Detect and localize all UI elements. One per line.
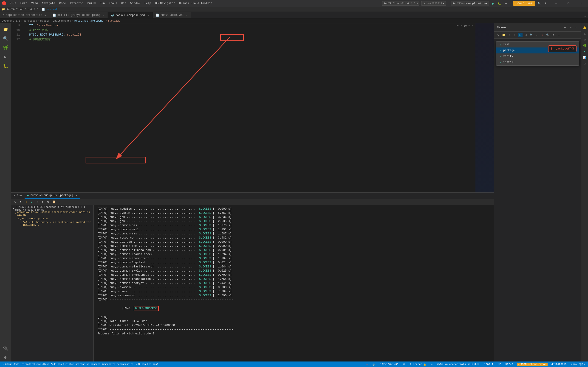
tab-close-1[interactable]: ✕ — [44, 14, 47, 17]
maven-close-btn[interactable]: ✕ — [574, 25, 578, 30]
menu-code[interactable]: Code — [57, 1, 68, 6]
menu-build[interactable]: Build — [86, 1, 97, 6]
sidebar-icon-run[interactable]: ▶ — [1, 53, 10, 61]
menu-run[interactable]: Run — [98, 1, 107, 6]
sidebar-icon-debug[interactable]: 🐛 — [1, 62, 10, 70]
breadcrumb-part-3[interactable]: environment: — [53, 19, 71, 22]
editor-zoom-btn[interactable]: + — [472, 25, 473, 27]
sidebar-icon-settings[interactable]: ⚙ — [1, 353, 10, 361]
run-clear-btn[interactable]: 🗑 — [46, 200, 51, 204]
statusbar-aws[interactable]: AWS: No credentials selected — [436, 363, 481, 366]
maven-collapseall-btn[interactable]: ⊟ — [551, 33, 556, 37]
tab-close-3[interactable]: ✕ — [147, 14, 150, 17]
tab-ruoyi-auth[interactable]: 📄 ruoyi-auth.yml ✕ — [153, 12, 191, 18]
run-config-selector[interactable]: RuoYiSystemApplication ▾ — [451, 1, 489, 6]
tab-close-2[interactable]: ✕ — [102, 14, 105, 17]
maven-toggle-btn[interactable]: ↔ — [535, 33, 539, 37]
run-tab-package[interactable]: ▶ ruoyi-cloud-plus [package] ✕ — [25, 192, 80, 199]
tab-application-properties[interactable]: ⚙ application.properties ✕ — [0, 12, 50, 18]
run-tab-run[interactable]: ▶ Run — [11, 192, 25, 199]
run-tree-warning-2[interactable]: ⚠ jar 1 warning 10 ms — [11, 216, 94, 221]
menu-tools[interactable]: Tools — [107, 1, 119, 6]
branch-selector[interactable]: ⎇ dev2023613 ▾ — [421, 1, 446, 6]
maximize-button[interactable]: □ — [563, 0, 574, 7]
run-settings-btn[interactable]: ⚙ — [40, 200, 45, 204]
maven-minimize-btn[interactable]: — — [568, 25, 573, 30]
breadcrumb-part-5[interactable]: ruoyi123 — [108, 19, 120, 22]
tab-close-4[interactable]: ✕ — [185, 14, 188, 17]
menu-navigate[interactable]: Navigate — [40, 1, 57, 6]
breadcrumb-part-2[interactable]: mysql: — [40, 19, 50, 22]
statusbar-ip[interactable]: 192.168.1.30 — [379, 363, 399, 366]
sidebar-icon-plugins[interactable]: 🔌 — [1, 344, 10, 352]
debug-button[interactable]: 🐛 — [497, 1, 502, 6]
statusbar-branch[interactable]: dev2023613 — [550, 363, 567, 366]
menu-git[interactable]: Git — [120, 1, 128, 6]
statusbar-encoding[interactable]: UTF-8 — [505, 363, 514, 366]
statusbar-extra[interactable]: CSDN:鸡爪4 — [570, 363, 586, 366]
right-icon-git[interactable]: 🌿 — [582, 43, 587, 48]
tab-pom-xml[interactable]: 📄 pom.xml (ruoyi-cloud-plus) ✕ — [50, 12, 108, 18]
code-content[interactable]: TZ: Asia/Shanghai # root 密码 MYSQL_ROOT_P… — [22, 23, 476, 192]
breadcrumb-part-1[interactable]: services: — [23, 19, 37, 22]
menu-edit[interactable]: Edit — [19, 1, 29, 6]
editor-eye-btn[interactable]: 👁 — [456, 24, 458, 27]
statusbar-lf[interactable]: LF — [497, 363, 502, 366]
maven-download-btn[interactable]: ⬇ — [507, 33, 511, 37]
run-tree-warning-3[interactable]: ⚠ JAR will be empty - no content was mar… — [11, 221, 94, 226]
tabs-more[interactable]: ⋯ — [585, 15, 588, 18]
menu-db-navigator[interactable]: DB Navigator — [153, 1, 177, 6]
run-stop-btn[interactable]: ■ — [18, 200, 23, 204]
statusbar-line[interactable]: 1287:1 — [483, 363, 494, 366]
statusbar-error[interactable]: ● — [365, 363, 369, 366]
menu-window[interactable]: Window — [129, 1, 142, 6]
run-output[interactable]: [INFO] ruoyi-modules ...................… — [94, 205, 494, 362]
maven-folder-btn[interactable]: 📁 — [502, 33, 506, 37]
close-button[interactable]: ✕ — [576, 0, 586, 7]
maven-run-btn[interactable]: ▶ — [518, 33, 523, 37]
run-step-btn[interactable]: ⬇ — [35, 200, 40, 204]
statusbar-warning[interactable]: ⚠ JSON schema error — [517, 363, 548, 366]
right-icon-notifications[interactable]: 🔔 — [582, 25, 587, 30]
search-toolbar-btn[interactable]: 🔍 — [536, 1, 542, 6]
menu-refactor[interactable]: Refactor — [68, 1, 85, 6]
run-tab-close[interactable]: ✕ — [76, 194, 77, 197]
breadcrumb-part-4[interactable]: MYSQL_ROOT_PASSWORD: — [74, 19, 105, 22]
project-tab-1[interactable]: 📁 RuoYi-Cloud-PlusA_1.5 — [2, 8, 38, 11]
project-tab-2[interactable]: 📄 pom.xml — [42, 8, 57, 11]
project-selector[interactable]: RuoYi-Cloud-PlusA_1.5 ▾ — [382, 1, 419, 6]
maven-menu-verify[interactable]: ⚙ verify — [496, 53, 579, 59]
translate-btn[interactable]: A — [543, 1, 548, 6]
maven-cancel-btn[interactable]: ✕ — [540, 33, 545, 37]
statusbar-windows-icon[interactable]: ⊞ — [430, 363, 433, 366]
right-icon-profiler[interactable]: 📊 — [582, 55, 587, 60]
run-restart-btn[interactable]: ↻ — [13, 200, 17, 204]
run-scroll-btn[interactable]: 📜 — [52, 200, 56, 204]
menu-file[interactable]: File — [8, 1, 18, 6]
run-resume-btn[interactable]: ▶ — [29, 200, 34, 204]
menu-help[interactable]: Help — [143, 1, 153, 6]
maven-extra-btn[interactable]: ⋯ — [556, 33, 561, 37]
maven-menu-install[interactable]: ⚙ install — [496, 59, 579, 65]
statusbar-cloud[interactable]: ☁ Cloud Code initialization: Cloud Code … — [2, 363, 159, 366]
sidebar-icon-search[interactable]: 🔍 — [1, 34, 10, 43]
run-tree-root[interactable]: ▾ ▾ ruoyi-cloud-plus [package]: At 7/31/… — [11, 206, 94, 211]
run-more-btn[interactable]: ⋯ — [57, 200, 61, 204]
maven-filter-btn[interactable]: 🔍 — [529, 33, 534, 37]
more-button[interactable]: ⋯ — [503, 1, 509, 6]
statusbar-eye-icon[interactable]: 👁 — [402, 363, 406, 366]
statusbar-spaces[interactable]: 2 spaces 🔒 — [409, 363, 427, 366]
statusbar-git-icon[interactable]: 🔗 — [372, 363, 376, 366]
tab-docker-compose[interactable]: 🐋 docker-compose.yml ✕ — [108, 12, 153, 18]
maven-edit-btn[interactable]: □ — [523, 33, 528, 37]
run-button[interactable]: ▶ — [491, 1, 496, 6]
menu-huawei[interactable]: Huawei Cloud Toolkit — [177, 1, 214, 6]
right-icon-terminal[interactable]: ⊞ — [582, 37, 587, 42]
maven-find-btn[interactable]: 🔍 — [545, 33, 550, 37]
menu-view[interactable]: View — [29, 1, 40, 6]
sidebar-icon-explorer[interactable]: 📁 — [1, 25, 10, 33]
maven-settings-btn[interactable]: ⚙ — [563, 25, 567, 30]
start-exam-button[interactable]: Start Exam — [513, 1, 535, 6]
editor-check-btn[interactable]: ✓ — [460, 24, 462, 27]
maven-refresh-btn[interactable]: ↻ — [496, 33, 501, 37]
